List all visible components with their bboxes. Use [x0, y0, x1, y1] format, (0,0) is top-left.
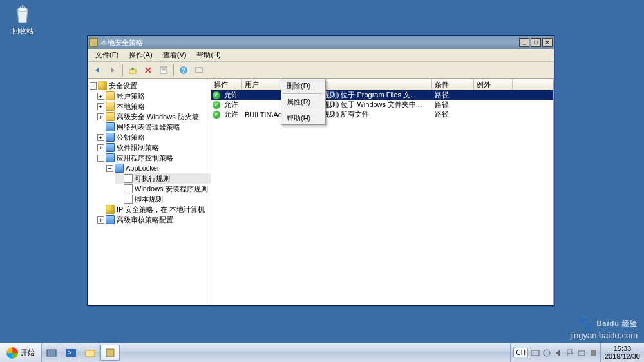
paw-icon: 🐾	[578, 316, 592, 330]
allow-icon: ✓	[213, 111, 220, 119]
tray-icon[interactable]	[589, 348, 598, 357]
svg-rect-12	[106, 349, 114, 357]
svg-rect-1	[129, 70, 136, 73]
folder-icon	[106, 143, 115, 152]
local-security-policy-window: 本地安全策略 _ □ ✕ 文件(F) 操作(A) 查看(V) 帮助(H) ? −…	[87, 35, 554, 306]
svg-rect-13	[531, 350, 539, 356]
extra-button[interactable]	[192, 63, 206, 77]
folder-icon	[106, 133, 115, 142]
context-menu: 删除(D) 属性(R) 帮助(H)	[281, 79, 326, 125]
trash-icon	[12, 3, 33, 25]
col-exception[interactable]: 例外	[474, 79, 513, 90]
tree-item[interactable]: 高级审核策略配置	[117, 214, 173, 225]
menu-help[interactable]: 帮助(H)	[191, 49, 225, 61]
lang-indicator[interactable]: CH	[513, 348, 527, 357]
tree-item[interactable]: 高级安全 Windows 防火墙	[117, 111, 199, 122]
recycle-bin[interactable]: 回收站	[6, 3, 39, 36]
tree-item[interactable]: 应用程序控制策略	[117, 153, 173, 163]
taskbar-powershell[interactable]: >_	[61, 343, 80, 362]
app-icon	[89, 38, 98, 47]
tree-item[interactable]: 本地策略	[117, 101, 145, 111]
folder-icon	[115, 164, 124, 173]
system-tray: CH	[510, 343, 600, 362]
tree-item[interactable]: 软件限制策略	[117, 142, 159, 153]
svg-rect-2	[160, 67, 167, 73]
properties-button[interactable]	[156, 63, 171, 77]
forward-button[interactable]	[106, 63, 120, 77]
menu-view[interactable]: 查看(V)	[158, 49, 192, 61]
menu-delete[interactable]: 删除(D)	[281, 79, 325, 92]
tree-applocker[interactable]: AppLocker	[126, 163, 160, 173]
svg-text:>_: >_	[68, 348, 76, 356]
svg-text:?: ?	[182, 66, 186, 74]
list-row[interactable]: ✓ 允许 BUILTIN\Ad... (默认规则) 所有文件 路径	[211, 110, 553, 119]
shield-icon	[98, 81, 107, 90]
taskbar: 开始 >_ CH 15:33 2019/12/30	[0, 343, 644, 362]
tray-sound-icon[interactable]	[554, 348, 563, 357]
list-row[interactable]: ✓ 允许 (默认规则) 位于 Program Files 文... 路径	[211, 90, 553, 100]
maximize-button[interactable]: □	[531, 38, 541, 47]
close-button[interactable]: ✕	[542, 38, 553, 47]
allow-icon: ✓	[213, 91, 220, 99]
list-row[interactable]: ✓ 允许 (默认规则) 位于 Windows 文件夹中... 路径	[211, 100, 553, 110]
watermark: 🐾Baidu 经验 jingyan.baidu.com	[570, 316, 638, 340]
tray-network-icon[interactable]	[542, 348, 551, 357]
folder-icon	[106, 215, 115, 224]
svg-point-14	[544, 350, 550, 356]
titlebar[interactable]: 本地安全策略 _ □ ✕	[88, 36, 554, 49]
clock[interactable]: 15:33 2019/12/30	[600, 343, 644, 362]
svg-rect-11	[86, 350, 95, 357]
window-title: 本地安全策略	[100, 38, 519, 48]
rule-icon	[124, 195, 133, 204]
up-button[interactable]	[126, 63, 140, 77]
folder-icon	[106, 122, 115, 131]
help-button[interactable]: ?	[176, 63, 191, 77]
recycle-bin-label: 回收站	[6, 26, 39, 36]
svg-rect-16	[591, 350, 596, 356]
shield-icon	[106, 205, 115, 214]
tree-root[interactable]: 安全设置	[109, 81, 137, 91]
svg-rect-8	[47, 350, 56, 356]
windows-icon	[6, 347, 18, 359]
delete-button[interactable]	[141, 63, 155, 77]
tree-item[interactable]: 公钥策略	[117, 132, 145, 142]
allow-icon: ✓	[213, 101, 220, 109]
svg-rect-15	[578, 351, 585, 356]
col-condition[interactable]: 条件	[432, 79, 474, 90]
folder-icon	[106, 91, 115, 100]
tray-flag-icon[interactable]	[565, 348, 574, 357]
list-panel[interactable]: 操作 用户 名称 条件 例外 ✓ 允许 (默认规则) 位于 Program Fi…	[211, 79, 553, 305]
menu-help[interactable]: 帮助(H)	[281, 111, 325, 124]
taskbar-server-manager[interactable]	[42, 343, 61, 362]
tree-script-rules[interactable]: 脚本规则	[135, 194, 163, 204]
menu-action[interactable]: 操作(A)	[124, 49, 158, 61]
folder-icon	[106, 112, 115, 121]
menu-file[interactable]: 文件(F)	[90, 49, 124, 61]
svg-rect-7	[196, 68, 202, 73]
tree-item[interactable]: IP 安全策略，在 本地计算机	[117, 204, 205, 214]
rule-icon	[124, 174, 133, 183]
list-header: 操作 用户 名称 条件 例外	[211, 79, 553, 90]
toolbar: ?	[88, 62, 554, 79]
tree-installer-rules[interactable]: Windows 安装程序规则	[135, 184, 208, 194]
menu-properties[interactable]: 属性(R)	[281, 95, 325, 108]
start-button[interactable]: 开始	[0, 343, 42, 362]
tree-item[interactable]: 帐户策略	[117, 91, 145, 101]
folder-icon	[106, 102, 115, 111]
back-button[interactable]	[90, 63, 104, 77]
taskbar-explorer[interactable]	[80, 343, 100, 362]
tray-icon[interactable]	[531, 348, 540, 357]
tree-exe-rules[interactable]: 可执行规则	[135, 173, 170, 184]
tree-panel[interactable]: −安全设置 +帐户策略 +本地策略 +高级安全 Windows 防火墙 网络列表…	[88, 79, 211, 305]
menubar: 文件(F) 操作(A) 查看(V) 帮助(H)	[88, 49, 554, 62]
col-action[interactable]: 操作	[211, 79, 242, 90]
tree-item[interactable]: 网络列表管理器策略	[117, 122, 180, 132]
minimize-button[interactable]: _	[519, 38, 529, 47]
tray-icon[interactable]	[577, 348, 586, 357]
rule-icon	[124, 184, 133, 193]
folder-icon	[106, 153, 115, 162]
taskbar-secpol[interactable]	[100, 345, 120, 361]
